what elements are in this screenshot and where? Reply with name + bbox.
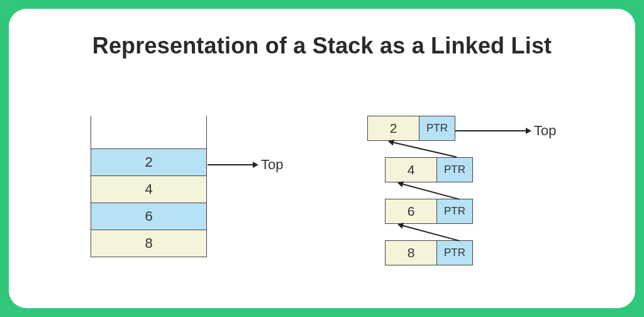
arrow-right-icon xyxy=(253,162,258,168)
stack-empty-space xyxy=(91,116,206,148)
arrow-shaft xyxy=(208,164,253,165)
node-ptr-label: PTR xyxy=(419,116,455,140)
stack-cell: 6 xyxy=(91,203,206,230)
arrow-left-icon xyxy=(397,179,404,187)
arrow-shaft xyxy=(455,130,526,131)
stack-cell: 4 xyxy=(91,175,206,203)
linked-list-node: 8 PTR xyxy=(385,240,473,265)
top-pointer-arrow: Top xyxy=(208,157,283,173)
node-ptr-label: PTR xyxy=(437,158,472,182)
node-value: 2 xyxy=(368,116,419,140)
node-ptr-label: PTR xyxy=(437,199,472,223)
stack-array: 2 4 6 8 xyxy=(91,116,207,257)
linked-list: 2 PTR 4 PTR 6 PTR 8 PTR xyxy=(367,116,606,286)
top-label: Top xyxy=(534,123,556,139)
diagram-card: Representation of a Stack as a Linked Li… xyxy=(9,9,635,308)
top-label: Top xyxy=(261,157,283,173)
pointer-arrow xyxy=(399,224,460,241)
node-value: 8 xyxy=(386,241,437,265)
node-ptr-label: PTR xyxy=(437,241,472,265)
linked-list-node: 4 PTR xyxy=(385,157,473,182)
diagram-title: Representation of a Stack as a Linked Li… xyxy=(9,33,635,59)
stack-cell: 8 xyxy=(91,230,206,257)
arrow-right-icon xyxy=(526,128,531,134)
node-value: 4 xyxy=(386,158,437,182)
arrow-left-icon xyxy=(387,138,394,145)
arrow-left-icon xyxy=(397,221,404,228)
node-value: 6 xyxy=(386,199,437,223)
stack-cell: 2 xyxy=(91,148,206,175)
linked-list-node: 2 PTR xyxy=(367,116,455,141)
top-pointer-arrow: Top xyxy=(455,123,556,139)
pointer-arrow xyxy=(389,141,457,157)
pointer-arrow xyxy=(399,182,460,199)
linked-list-node: 6 PTR xyxy=(385,199,473,224)
